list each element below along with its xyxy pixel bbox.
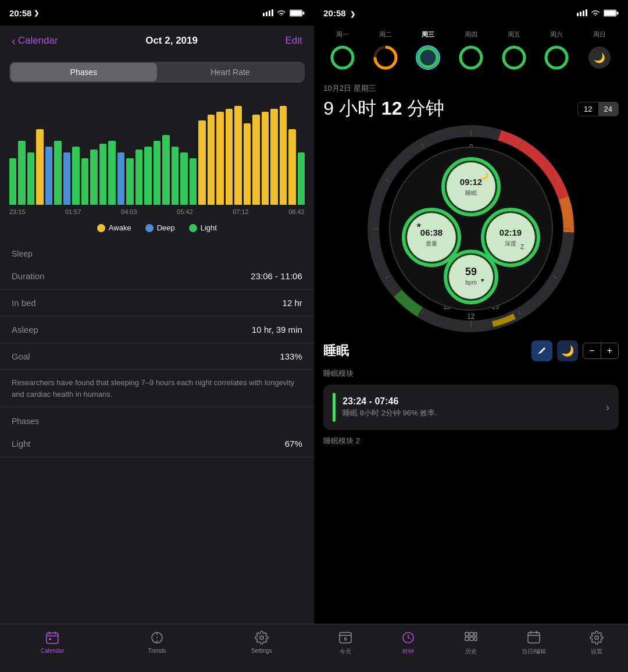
svg-text:🌙: 🌙 xyxy=(594,52,605,63)
ring-wed[interactable] xyxy=(411,44,445,72)
nav-title: Oct 2, 2019 xyxy=(145,35,198,47)
format-12h[interactable]: 12 xyxy=(578,102,598,116)
sleep-unit: 分钟 xyxy=(407,98,444,119)
svg-text:深度: 深度 xyxy=(505,240,516,247)
svg-rect-6 xyxy=(290,10,302,16)
light-stat-label: Light xyxy=(12,439,31,449)
today-tab-label: 今天 xyxy=(340,648,351,656)
heart-rate-tab[interactable]: Heart Rate xyxy=(157,63,304,81)
weekday-thu[interactable]: 周四 xyxy=(454,30,488,39)
chart-bar xyxy=(226,109,233,205)
weekday-mon[interactable]: 周一 xyxy=(325,30,360,39)
weekday-sun[interactable]: 周日 xyxy=(582,30,617,39)
time-label-6: 08:42 xyxy=(288,208,305,215)
chart-bar xyxy=(144,147,151,205)
plus-btn[interactable]: + xyxy=(601,343,618,358)
weekday-wed[interactable]: 周三 xyxy=(411,30,445,39)
signal-icon xyxy=(263,9,273,16)
svg-text:质量: 质量 xyxy=(426,240,437,247)
time-label-1: 23:15 xyxy=(9,208,26,215)
nav-back-label[interactable]: Calendar xyxy=(18,35,58,47)
chart-bar xyxy=(180,152,187,205)
nav-back-button[interactable]: ‹ Calendar xyxy=(12,34,58,48)
moon-icon: 🌙 xyxy=(561,344,574,357)
chart-bar xyxy=(90,150,97,205)
calendar-icon xyxy=(45,630,60,645)
wifi-icon-right xyxy=(591,9,600,16)
sleep-hours: 9 小时 xyxy=(323,98,376,119)
tab-clock[interactable]: 时钟 xyxy=(377,630,440,656)
svg-text:06:38: 06:38 xyxy=(420,227,443,237)
legend-deep: Deep xyxy=(145,223,175,232)
format-24h[interactable]: 24 xyxy=(598,102,618,116)
sleep-module-2-label: 睡眠模块 2 xyxy=(314,433,628,449)
phases-tab[interactable]: Phases xyxy=(10,63,157,81)
chart-bar xyxy=(81,158,88,205)
chart-bar xyxy=(135,150,142,205)
location-icon-right: ❯ xyxy=(350,10,355,17)
weekday-tue[interactable]: 周二 xyxy=(368,30,403,39)
time-label-4: 05:42 xyxy=(177,208,193,215)
svg-text:♥: ♥ xyxy=(481,277,484,283)
module-1-time: 23:24 - 07:46 xyxy=(342,396,606,407)
svg-rect-16 xyxy=(577,13,579,16)
info-box: Researchers have found that sleeping 7–9… xyxy=(0,370,314,407)
status-icons-left xyxy=(263,9,305,17)
moon-action-btn[interactable]: 🌙 xyxy=(557,340,578,361)
ring-mon[interactable] xyxy=(325,44,360,72)
tab-today[interactable]: 6 今天 xyxy=(314,630,377,656)
edit-tab-label: 当日/编辑 xyxy=(522,648,547,656)
time-text: 20:58 xyxy=(9,8,31,18)
tab-calendar[interactable]: Calendar xyxy=(0,630,105,654)
svg-rect-108 xyxy=(470,632,473,636)
status-icons-right xyxy=(577,9,619,17)
ring-sun[interactable]: 🌙 xyxy=(582,44,617,72)
svg-point-35 xyxy=(546,47,567,68)
light-dot xyxy=(189,224,197,232)
svg-rect-22 xyxy=(604,10,616,16)
weekday-fri[interactable]: 周五 xyxy=(497,30,531,39)
nav-edit-button[interactable]: Edit xyxy=(285,35,302,47)
ring-thu[interactable] xyxy=(454,44,488,72)
tab-history[interactable]: 历史 xyxy=(440,630,502,656)
ring-sat[interactable] xyxy=(539,44,574,72)
chart-bar xyxy=(72,147,79,205)
svg-rect-113 xyxy=(528,632,540,643)
edit-action-btn[interactable] xyxy=(531,340,552,361)
chart-bar xyxy=(234,106,241,205)
nav-bar: ‹ Calendar Oct 2, 2019 Edit xyxy=(0,26,314,56)
light-row: Light 67% xyxy=(0,431,314,457)
svg-point-91 xyxy=(486,213,535,262)
module-1-detail: 睡眠 8小时 2分钟 96% 效率. xyxy=(342,408,606,418)
chart-bar xyxy=(108,141,115,205)
tab-edit[interactable]: 当日/编辑 xyxy=(502,630,565,656)
awake-label: Awake xyxy=(109,223,131,232)
svg-rect-17 xyxy=(580,12,581,16)
chart-bar xyxy=(172,147,179,205)
weekday-sat[interactable]: 周六 xyxy=(539,30,574,39)
tab-trends[interactable]: Trends xyxy=(105,630,209,654)
svg-rect-19 xyxy=(586,9,587,16)
sleep-minutes-bold: 12 xyxy=(381,98,402,119)
tab-settings[interactable]: Settings xyxy=(209,630,314,654)
svg-text:12: 12 xyxy=(467,312,475,321)
svg-point-31 xyxy=(461,47,481,68)
light-label: Light xyxy=(201,223,217,232)
chart-bar xyxy=(54,141,61,205)
goal-value: 133% xyxy=(280,351,302,361)
status-bar-left: 20:58 ❯ xyxy=(0,0,314,26)
battery-icon xyxy=(290,9,305,17)
history-tab-label: 历史 xyxy=(465,648,477,656)
minus-btn[interactable]: − xyxy=(583,343,601,358)
segment-control: Phases Heart Rate xyxy=(9,62,305,83)
svg-point-13 xyxy=(156,637,158,638)
tab-settings-right[interactable]: 设置 xyxy=(565,630,628,656)
pencil-icon xyxy=(537,346,547,356)
ring-fri[interactable] xyxy=(497,44,531,72)
ring-tue[interactable] xyxy=(368,44,403,72)
status-bar-right: 20:58 ❯ xyxy=(314,0,628,26)
sleep-module-1-row[interactable]: 23:24 - 07:46 睡眠 8小时 2分钟 96% 效率. › xyxy=(323,385,619,430)
chart-bar xyxy=(244,123,251,205)
settings-tab-label: Settings xyxy=(251,648,272,654)
chart-bar xyxy=(162,135,169,205)
